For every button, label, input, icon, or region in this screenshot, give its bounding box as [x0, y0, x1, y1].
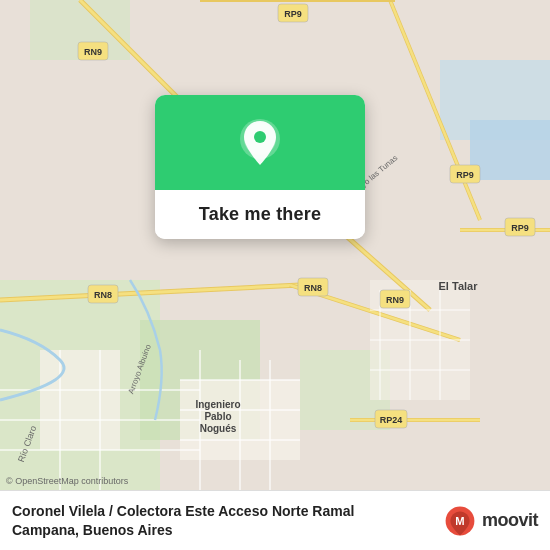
- svg-text:RN8: RN8: [304, 283, 322, 293]
- svg-text:RP9: RP9: [284, 9, 302, 19]
- svg-rect-5: [470, 120, 550, 180]
- svg-text:RN8: RN8: [94, 290, 112, 300]
- svg-point-70: [254, 131, 266, 143]
- location-title: Coronel Vilela / Colectora Este Acceso N…: [12, 502, 434, 538]
- svg-text:M: M: [455, 515, 464, 527]
- svg-rect-7: [40, 350, 120, 450]
- moovit-logo: M moovit: [444, 505, 538, 537]
- location-pin-icon: [236, 117, 284, 172]
- take-me-there-button[interactable]: Take me there: [155, 190, 365, 239]
- svg-text:© OpenStreetMap contributors: © OpenStreetMap contributors: [6, 476, 129, 486]
- svg-text:RN9: RN9: [84, 47, 102, 57]
- location-line1: Coronel Vilela / Colectora Este Acceso N…: [12, 503, 354, 519]
- svg-text:El Talar: El Talar: [439, 280, 479, 292]
- moovit-brand-text: moovit: [482, 510, 538, 531]
- location-line2: Campana, Buenos Aires: [12, 522, 173, 538]
- svg-text:RP24: RP24: [380, 415, 403, 425]
- take-me-there-card: Take me there: [155, 95, 365, 239]
- svg-text:Ingeniero: Ingeniero: [195, 399, 240, 410]
- card-header: [155, 95, 365, 190]
- svg-text:Pablo: Pablo: [204, 411, 231, 422]
- bottom-bar: Coronel Vilela / Colectora Este Acceso N…: [0, 490, 550, 550]
- svg-text:RP9: RP9: [456, 170, 474, 180]
- map-container: RN9 RN9 RN9 RN8 RN8 RP9 RP9 RP9 RP24 El …: [0, 0, 550, 490]
- svg-text:RP9: RP9: [511, 223, 529, 233]
- moovit-pin-icon: M: [444, 505, 476, 537]
- svg-text:RN9: RN9: [386, 295, 404, 305]
- svg-text:Nogués: Nogués: [200, 423, 237, 434]
